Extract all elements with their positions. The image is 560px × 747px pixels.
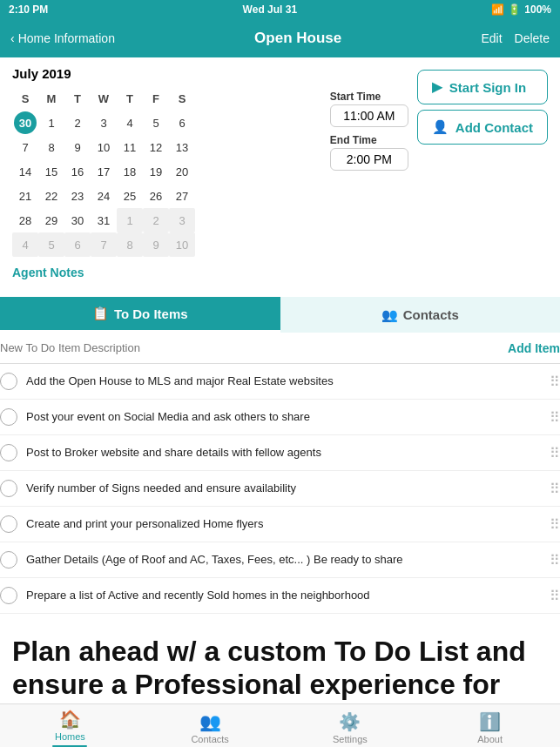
bottom-nav-homes[interactable]: 🏠 Homes [0, 704, 140, 747]
drag-handle-icon[interactable]: ⠿ [550, 588, 560, 604]
calendar-grid: SMTWTFS301234567891011121314151617181920… [12, 86, 321, 257]
contacts-icon: 👥 [199, 711, 221, 732]
chevron-left-icon: ‹ [10, 31, 15, 45]
todo-list-item: Create and print your personalized Home … [0, 507, 560, 542]
todo-item-text: Verify number of Signs needed and ensure… [26, 481, 541, 496]
todo-list-item: Verify number of Signs needed and ensure… [0, 471, 560, 507]
bottom-nav-settings[interactable]: ⚙️ Settings [280, 704, 421, 747]
nav-actions: Edit Delete [481, 31, 550, 45]
tab-todo[interactable]: 📋 To Do Items [0, 297, 280, 333]
bottom-nav-about-label: About [477, 734, 503, 744]
status-right: 📶 🔋 100% [491, 3, 551, 16]
drag-handle-icon[interactable]: ⠿ [550, 552, 560, 569]
time-section: Start Time 11:00 AM End Time 2:00 PM [330, 66, 408, 257]
start-time-value[interactable]: 11:00 AM [330, 104, 408, 127]
todo-checkbox[interactable] [0, 408, 17, 426]
list-icon: 📋 [92, 306, 109, 321]
todo-list-item: Gather Details (Age of Roof and AC, Taxe… [0, 542, 560, 578]
bottom-nav-about[interactable]: ℹ️ About [420, 704, 560, 747]
todo-input-row: Add Item [0, 333, 560, 364]
people-icon: 👥 [381, 307, 398, 323]
drag-handle-icon[interactable]: ⠿ [550, 445, 560, 461]
status-bar: 2:10 PM Wed Jul 31 📶 🔋 100% [0, 0, 560, 19]
about-icon: ℹ️ [479, 711, 501, 732]
main-content: July 2019 SMTWTFS30123456789101112131415… [0, 57, 560, 297]
start-signin-button[interactable]: ▶ Start Sign In [417, 70, 548, 104]
todo-item-text: Post to Broker website and share details… [26, 446, 541, 461]
bottom-nav-settings-label: Settings [333, 734, 368, 744]
todo-checkbox[interactable] [0, 480, 17, 497]
status-date: Wed Jul 31 [243, 3, 297, 16]
add-item-button[interactable]: Add Item [508, 341, 560, 355]
settings-icon: ⚙️ [339, 711, 361, 732]
calendar-area: July 2019 SMTWTFS30123456789101112131415… [12, 66, 321, 257]
todo-checkbox[interactable] [0, 373, 17, 390]
back-label: Home Information [18, 31, 115, 45]
todo-item-text: Prepare a list of Active and recently So… [26, 589, 541, 603]
right-buttons: ▶ Start Sign In 👤 Add Contact [417, 66, 548, 257]
drag-handle-icon[interactable]: ⠿ [550, 516, 560, 533]
todo-checkbox[interactable] [0, 587, 17, 604]
todo-checkbox[interactable] [0, 515, 17, 533]
page-title: Open House [254, 30, 341, 47]
end-time-value[interactable]: 2:00 PM [330, 148, 408, 171]
bottom-nav-contacts[interactable]: 👥 Contacts [140, 704, 280, 747]
drag-handle-icon[interactable]: ⠿ [550, 481, 560, 497]
todo-checkbox[interactable] [0, 444, 17, 461]
todo-list-item: Post your event on Social Media and ask … [0, 400, 560, 435]
add-contact-button[interactable]: 👤 Add Contact [417, 110, 548, 145]
back-button[interactable]: ‹ Home Information [10, 31, 115, 45]
todo-item-text: Post your event on Social Media and ask … [26, 410, 541, 425]
status-time: 2:10 PM [9, 3, 48, 16]
tab-contacts-label: Contacts [403, 307, 459, 322]
active-underline [52, 745, 87, 747]
delete-button[interactable]: Delete [515, 31, 550, 45]
todo-input[interactable] [0, 333, 508, 363]
end-time-block: End Time 2:00 PM [330, 134, 408, 171]
agent-notes-label: Agent Notes [12, 266, 548, 279]
add-contact-label: Add Contact [455, 120, 533, 135]
top-section: July 2019 SMTWTFS30123456789101112131415… [12, 66, 548, 257]
tab-contacts[interactable]: 👥 Contacts [280, 297, 561, 333]
todo-list-item: Prepare a list of Active and recently So… [0, 578, 560, 614]
start-time-label: Start Time [330, 91, 408, 103]
todo-list-item: Add the Open House to MLS and major Real… [0, 364, 560, 400]
end-time-label: End Time [330, 134, 408, 146]
todo-list-item: Post to Broker website and share details… [0, 435, 560, 471]
start-signin-label: Start Sign In [449, 80, 526, 95]
todo-list: Add the Open House to MLS and major Real… [0, 364, 560, 614]
start-time-block: Start Time 11:00 AM [330, 91, 408, 127]
drag-handle-icon[interactable]: ⠿ [550, 374, 560, 390]
tab-todo-label: To Do Items [114, 306, 188, 321]
battery-icon: 🔋 [508, 3, 521, 16]
bottom-nav-contacts-label: Contacts [191, 734, 228, 744]
play-icon: ▶ [432, 79, 442, 95]
person-add-icon: 👤 [432, 119, 449, 135]
bottom-nav-homes-label: Homes [55, 731, 85, 742]
todo-item-text: Gather Details (Age of Roof and AC, Taxe… [26, 553, 541, 568]
todo-item-text: Add the Open House to MLS and major Real… [26, 374, 541, 389]
edit-button[interactable]: Edit [481, 31, 502, 45]
calendar-month-year: July 2019 [12, 66, 321, 81]
battery-pct: 100% [524, 3, 551, 16]
nav-bar: ‹ Home Information Open House Edit Delet… [0, 19, 560, 57]
todo-item-text: Create and print your personalized Home … [26, 517, 541, 532]
bottom-nav: 🏠 Homes 👥 Contacts ⚙️ Settings ℹ️ About [0, 703, 560, 747]
tabs-bar: 📋 To Do Items 👥 Contacts [0, 297, 560, 333]
todo-checkbox[interactable] [0, 551, 17, 569]
home-icon: 🏠 [59, 709, 81, 730]
drag-handle-icon[interactable]: ⠿ [550, 409, 560, 426]
wifi-icon: 📶 [491, 3, 504, 16]
